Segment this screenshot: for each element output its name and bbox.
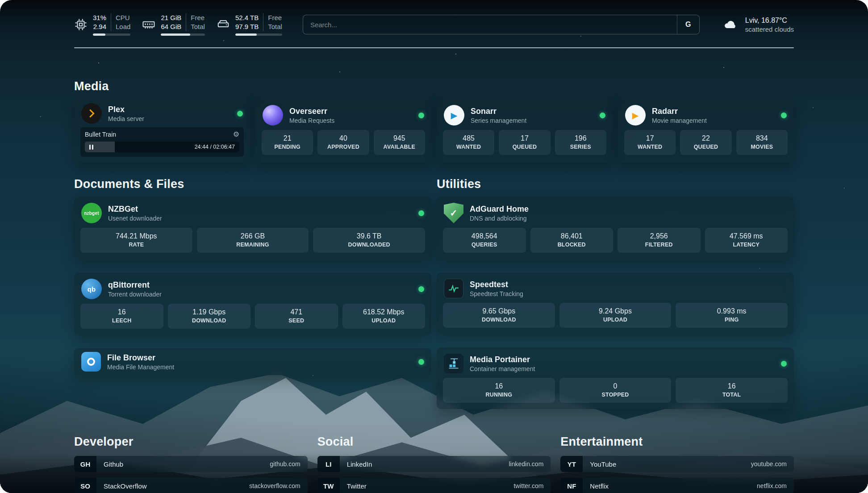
media-card-grid: Plex Media server Bullet Train ⚙ 24:44 /…: [74, 99, 794, 163]
cpu-percent: 31%: [93, 13, 106, 22]
cpu-label: CPU: [116, 13, 130, 22]
stat-wanted: 485 WANTED: [443, 130, 494, 155]
stat-wanted: 17 WANTED: [624, 130, 676, 155]
section-title-documents: Documents & Files: [74, 177, 431, 191]
stat-running: 16 RUNNING: [443, 378, 555, 403]
stat-queries: 498,564 QUERIES: [443, 228, 526, 253]
stat-leech: 16 LEECH: [80, 304, 163, 329]
search-input[interactable]: [303, 15, 677, 34]
stat-download: 1.19 Gbps DOWNLOAD: [168, 304, 251, 329]
service-card-nzbget[interactable]: nzbget NZBGet Usenet downloader 744.21 M…: [74, 196, 431, 259]
cpu-icon: [74, 18, 88, 31]
stat-available: 945 AVAILABLE: [374, 130, 425, 155]
service-desc: Series management: [471, 117, 526, 125]
service-card-qbittorrent[interactable]: qb qBittorrent Torrent downloader 16 LEE…: [74, 272, 431, 335]
resource-disk: 52.4 TB 97.9 TB Free Total: [217, 13, 282, 36]
status-dot: [237, 111, 243, 117]
search-provider-button[interactable]: G: [677, 15, 699, 34]
service-card-speedtest[interactable]: Speedtest Speedtest Tracking 9.65 Gbps D…: [437, 272, 794, 334]
cpu-stats: 31% 2.94 CPU Load: [93, 13, 130, 36]
bookmark-url: stackoverflow.com: [249, 482, 300, 489]
service-card-portainer[interactable]: Media Portainer Container management 16 …: [437, 347, 794, 409]
service-card-filebrowser[interactable]: File Browser Media File Management: [74, 348, 431, 375]
service-card-sonarr[interactable]: ▶ Sonarr Series management 485 WANTED 17…: [437, 99, 613, 163]
bookmark-name: LinkedIn: [347, 460, 372, 468]
resource-memory: 21 GiB 64 GiB Free Total: [142, 13, 205, 36]
service-name: File Browser: [107, 353, 174, 363]
service-desc: Media Requests: [289, 117, 334, 125]
bookmark-name: Twitter: [347, 482, 367, 490]
now-playing-title: Bullet Train: [85, 131, 116, 138]
service-card-radarr[interactable]: ▶ Radarr Movie management 17 WANTED 22 Q…: [618, 99, 794, 163]
disk-total: 97.9 TB: [235, 22, 259, 31]
service-name: Radarr: [652, 106, 707, 117]
bookmark-linkedin[interactable]: LI LinkedIn linkedin.com: [317, 456, 551, 472]
disk-icon: [217, 18, 230, 31]
resource-cpu: 31% 2.94 CPU Load: [74, 13, 130, 36]
bookmark-github[interactable]: GH Github github.com: [74, 456, 308, 472]
free-label: Free: [191, 13, 205, 22]
service-desc: DNS and adblocking: [470, 214, 529, 222]
disk-progress-bar: [235, 33, 282, 36]
free-label: Free: [268, 13, 282, 22]
cloud-icon: [720, 17, 740, 32]
stat-downloaded: 39.6 TB DOWNLOADED: [313, 228, 425, 253]
weather-widget: Lviv, 16.87°C scattered clouds: [720, 16, 794, 33]
stat-seed: 471 SEED: [255, 304, 338, 329]
bookmark-group-entertainment: Entertainment YT YouTube youtube.com NF …: [560, 435, 794, 493]
service-card-plex[interactable]: Plex Media server Bullet Train ⚙ 24:44 /…: [74, 99, 250, 163]
service-card-adguard[interactable]: ✓ AdGuard Home DNS and adblocking 498,56…: [437, 196, 794, 259]
status-dot: [781, 113, 787, 118]
memory-progress-bar: [161, 33, 205, 36]
plex-icon: [81, 103, 102, 124]
bookmark-abbr: LI: [317, 456, 340, 472]
nzbget-icon: nzbget: [81, 203, 102, 223]
cpu-progress-bar: [93, 33, 130, 36]
total-label: Total: [191, 22, 205, 31]
service-card-overseerr[interactable]: Overseerr Media Requests 21 PENDING 40 A…: [255, 99, 431, 163]
stat-total: 16 TOTAL: [676, 378, 788, 403]
bookmark-group-social: Social LI LinkedIn linkedin.com TW Twitt…: [317, 435, 551, 493]
bookmark-stackoverflow[interactable]: SO StackOverflow stackoverflow.com: [74, 478, 308, 493]
cpu-progress-fill: [93, 33, 105, 36]
status-dot: [781, 361, 787, 367]
service-desc: Speedtest Tracking: [470, 290, 523, 298]
top-bar: 31% 2.94 CPU Load: [74, 13, 794, 36]
load-label: Load: [116, 22, 130, 31]
bookmark-url: youtube.com: [751, 460, 787, 468]
utilities-column: Utilities ✓ AdGuard Home DNS and adblock…: [437, 177, 794, 409]
bookmark-abbr: TW: [317, 478, 340, 493]
bookmark-url: linkedin.com: [509, 460, 544, 468]
bookmark-twitter[interactable]: TW Twitter twitter.com: [317, 478, 551, 493]
stat-upload: 9.24 Gbps UPLOAD: [559, 303, 672, 328]
bookmarks-section: Developer GH Github github.com SO StackO…: [74, 435, 794, 493]
service-name: Sonarr: [471, 106, 526, 117]
qbittorrent-icon: qb: [81, 279, 102, 299]
stat-ping: 0.993 ms PING: [676, 303, 788, 328]
bookmark-url: netflix.com: [757, 482, 787, 489]
service-desc: Media server: [108, 115, 144, 123]
stat-pending: 21 PENDING: [262, 130, 313, 155]
stat-blocked: 86,401 BLOCKED: [530, 228, 613, 253]
bookmark-name: Netflix: [590, 482, 609, 490]
bookmark-netflix[interactable]: NF Netflix netflix.com: [560, 478, 794, 493]
filebrowser-icon: [81, 352, 101, 372]
stat-filtered: 2,956 FILTERED: [618, 228, 701, 253]
dashboard-window: 31% 2.94 CPU Load: [0, 0, 868, 493]
plex-now-playing: Bullet Train ⚙ 24:44 / 02:06:47: [80, 127, 244, 157]
section-title-social: Social: [317, 435, 551, 449]
service-name: Media Portainer: [470, 355, 535, 365]
section-title-utilities: Utilities: [437, 177, 794, 191]
status-dot: [418, 113, 424, 118]
speedtest-icon: [444, 279, 463, 298]
bookmark-url: github.com: [270, 460, 300, 468]
disk-stats: 52.4 TB 97.9 TB Free Total: [235, 13, 282, 36]
bookmark-youtube[interactable]: YT YouTube youtube.com: [560, 456, 794, 472]
cpu-loadavg: 2.94: [93, 22, 106, 31]
pause-icon: [89, 145, 93, 150]
gear-icon[interactable]: ⚙: [233, 131, 239, 138]
service-name: Overseerr: [289, 106, 334, 117]
service-name: qBittorrent: [108, 280, 162, 290]
status-dot: [418, 359, 424, 365]
service-desc: Usenet downloader: [108, 214, 162, 222]
